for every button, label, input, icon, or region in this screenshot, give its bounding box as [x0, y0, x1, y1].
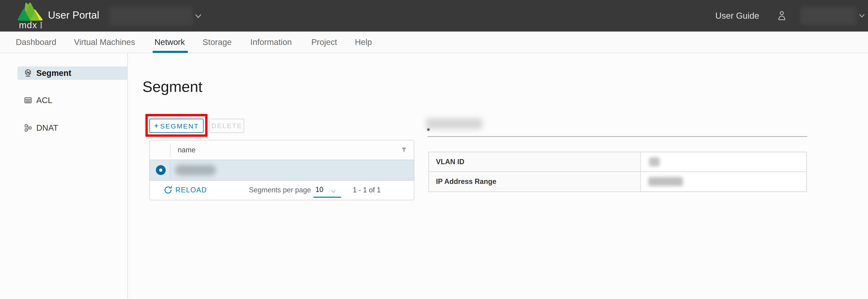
reload-button[interactable]: RELOAD: [163, 180, 207, 199]
sidebar-item-label: ACL: [36, 96, 53, 105]
column-separator: [170, 143, 170, 157]
app-window: mdxI User Portal User Guide Dashboard Vi…: [0, 0, 868, 299]
network-globe-icon: [24, 69, 32, 77]
tab-dashboard[interactable]: Dashboard: [16, 32, 56, 53]
column-separator: [170, 162, 170, 179]
reload-label: RELOAD: [175, 186, 207, 194]
user-icon: [776, 10, 787, 21]
tab-network[interactable]: Network: [154, 32, 185, 53]
active-tab-underline: [153, 51, 188, 53]
table-footer: RELOAD Segments per page 10 1 - 1 of 1 S…: [150, 180, 414, 199]
detail-label: VLAN ID: [429, 152, 641, 171]
sidebar: Segment ACL DNAT: [0, 53, 128, 299]
redacted-vlan-value: [649, 157, 660, 166]
mdx-logo-icon: [18, 2, 43, 21]
tab-project[interactable]: Project: [311, 32, 337, 53]
segment-table-row[interactable]: [150, 160, 414, 180]
segments-table: name RELOAD Segments per page: [149, 140, 414, 200]
plus-icon: +: [154, 122, 159, 130]
refresh-icon: [163, 186, 173, 195]
details-title-artifact: [427, 129, 430, 131]
sidebar-item-label: DNAT: [36, 123, 58, 133]
app-title: User Portal: [48, 9, 99, 21]
tab-virtual-machines[interactable]: Virtual Machines: [74, 32, 135, 53]
per-page-label: Segments per page: [249, 180, 311, 199]
tab-information[interactable]: Information: [250, 32, 292, 53]
sidebar-item-dnat[interactable]: DNAT: [18, 121, 128, 135]
tab-help[interactable]: Help: [355, 32, 372, 53]
per-page-value: 10: [315, 180, 323, 199]
brand-caption-text: mdx: [19, 20, 37, 30]
redacted-username: [801, 7, 857, 25]
add-segment-button[interactable]: +SEGMENT: [149, 119, 204, 133]
row-radio-selected[interactable]: [156, 165, 166, 175]
per-page-select[interactable]: 10: [313, 180, 341, 199]
project-selector-dropdown[interactable]: [109, 7, 204, 26]
brand-caption-mark: I: [40, 20, 43, 30]
main-content: Segment +SEGMENT DELETE name: [128, 53, 868, 299]
detail-value: [641, 172, 806, 192]
chevron-down-icon: [330, 189, 337, 194]
sidebar-item-label: Segment: [36, 68, 71, 78]
brand-caption: mdxI: [19, 20, 43, 30]
grid-table-icon: [24, 96, 32, 105]
redacted-segment-name: [175, 165, 216, 175]
detail-row-ip-range: IP Address Range: [429, 172, 806, 192]
details-divider: [428, 136, 807, 137]
select-underline: [313, 197, 341, 198]
user-guide-link[interactable]: User Guide: [715, 11, 759, 21]
top-header: mdxI User Portal User Guide: [0, 0, 868, 32]
table-header-row: name: [150, 140, 414, 160]
tab-storage[interactable]: Storage: [203, 32, 231, 53]
delete-button[interactable]: DELETE: [210, 119, 244, 133]
flow-nodes-icon: [24, 124, 32, 132]
sidebar-item-acl[interactable]: ACL: [18, 94, 128, 107]
user-menu-dropdown[interactable]: [801, 7, 868, 25]
pagination-range: 1 - 1 of 1 Segments: [353, 180, 414, 200]
detail-row-vlan: VLAN ID: [429, 152, 806, 172]
sidebar-item-segment[interactable]: Segment: [18, 66, 128, 80]
chevron-down-icon: [858, 12, 866, 19]
filter-funnel-icon[interactable]: [401, 146, 407, 154]
chevron-down-icon: [194, 12, 203, 20]
redacted-details-title: [426, 118, 482, 129]
redacted-ip-range-value: [648, 177, 683, 186]
redacted-project-name: [109, 7, 193, 26]
page-title: Segment: [143, 78, 203, 95]
details-table: VLAN ID IP Address Range: [429, 152, 807, 192]
detail-label: IP Address Range: [429, 172, 641, 192]
add-segment-label: SEGMENT: [160, 123, 199, 130]
main-nav: Dashboard Virtual Machines Network Stora…: [0, 32, 868, 53]
column-header-name: name: [178, 140, 195, 160]
detail-value: [641, 152, 806, 171]
